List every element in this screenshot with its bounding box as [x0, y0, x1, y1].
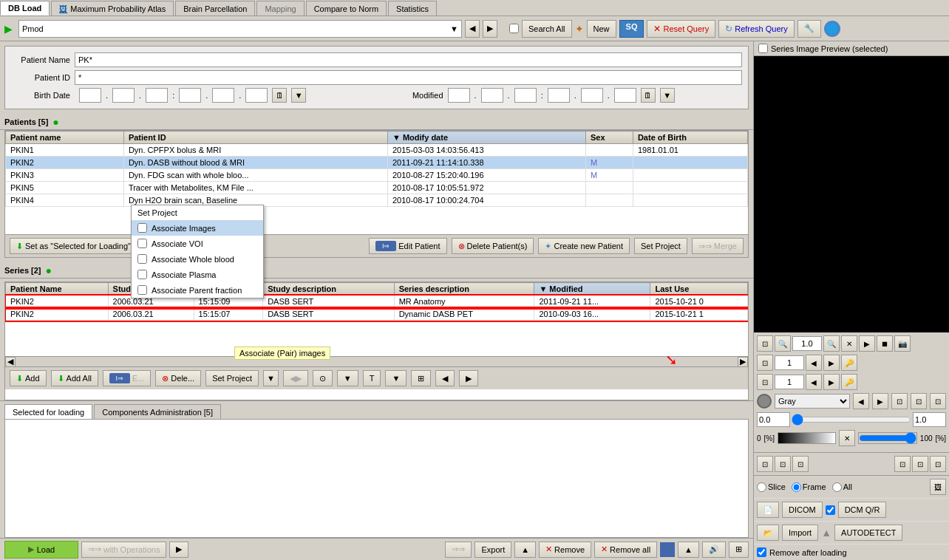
- series-text-btn[interactable]: T: [363, 370, 381, 386]
- play-small-btn[interactable]: ▶: [169, 542, 188, 558]
- tab-db-load[interactable]: DB Load: [0, 1, 50, 16]
- remove-btn[interactable]: ✕ Remove: [539, 542, 591, 558]
- right-extra3[interactable]: ▶: [823, 355, 840, 371]
- globe-btn[interactable]: 🌐: [824, 21, 840, 37]
- set-project-patient-btn[interactable]: Set Project: [634, 238, 687, 254]
- dicom-icon[interactable]: 📄: [757, 502, 779, 518]
- tab-selected-loading[interactable]: Selected for loading: [4, 404, 92, 419]
- play-btn[interactable]: ▶: [859, 335, 875, 352]
- col-patient-id[interactable]: Patient ID: [123, 132, 387, 144]
- series-right-btn[interactable]: ▶: [459, 370, 478, 386]
- dcm-qr-btn[interactable]: DCM Q/R: [838, 502, 887, 518]
- slice-radio[interactable]: [757, 482, 766, 492]
- col-series-desc[interactable]: Series description: [394, 283, 534, 296]
- series-row[interactable]: PKIN2 2006.03.21 15:15:07 DASB SERT Dyna…: [6, 308, 748, 321]
- edit-patient-btn[interactable]: I⇒ Edit Patient: [369, 238, 446, 254]
- modified-to[interactable]: [548, 88, 570, 103]
- patient-id-input[interactable]: [75, 70, 742, 85]
- col-series-patient[interactable]: Patient Name: [6, 283, 109, 296]
- add-btn[interactable]: ⬇ Add: [10, 370, 47, 386]
- slice-radio-label[interactable]: Slice: [757, 482, 786, 492]
- series-extra-btn1[interactable]: ◀▶: [283, 370, 308, 386]
- birth-date-to3[interactable]: [245, 88, 268, 103]
- load-btn[interactable]: ▶ Load: [4, 541, 78, 559]
- series-scrollbar[interactable]: ◀ ▶: [5, 356, 748, 366]
- series-row[interactable]: PKIN2 2006.03.21 15:15:09 DASB SERT MR A…: [6, 296, 748, 308]
- patients-table-wrapper[interactable]: Patient name Patient ID ▼ Modify date Se…: [5, 131, 748, 234]
- pmod-dropdown-arrow[interactable]: ▼: [450, 24, 458, 33]
- remove-after-loading-checkbox[interactable]: [757, 547, 766, 557]
- add-all-btn[interactable]: ⬇ Add All: [51, 370, 98, 386]
- col-patient-name[interactable]: Patient name: [6, 132, 124, 144]
- menu-set-project[interactable]: Set Project: [132, 205, 263, 220]
- associate-voi-checkbox[interactable]: [137, 239, 147, 248]
- preview-checkbox[interactable]: [758, 44, 768, 53]
- autodetect-btn[interactable]: AUTODETECT: [834, 525, 902, 541]
- birth-date-d[interactable]: [146, 88, 168, 103]
- contrast-slider[interactable]: [859, 432, 916, 444]
- brightness-slider[interactable]: [792, 414, 911, 426]
- right-icon4[interactable]: ⊡: [894, 456, 911, 472]
- max-val-input[interactable]: [913, 412, 946, 427]
- frame-radio-label[interactable]: Frame: [792, 482, 826, 492]
- edit-series-btn[interactable]: I⇒ E...: [103, 370, 152, 386]
- patient-row[interactable]: PKIN1 Dyn. CPFPX bolus & MRI 2015-03-03 …: [6, 144, 748, 157]
- capture-btn[interactable]: 📷: [894, 335, 911, 352]
- right-extra4[interactable]: 🔑: [841, 355, 857, 371]
- birth-date-to[interactable]: [179, 88, 201, 103]
- min-val-input[interactable]: [757, 412, 790, 427]
- col-series-modified[interactable]: ▼ Modified: [534, 283, 650, 296]
- right-extra6[interactable]: ◀: [806, 374, 822, 390]
- dcm-qr-checkbox[interactable]: [826, 505, 835, 515]
- patient-row[interactable]: PKIN5 Tracer with Metabolites, KM File .…: [6, 182, 748, 194]
- import-btn[interactable]: Import: [782, 525, 818, 541]
- color-select[interactable]: Gray: [775, 394, 850, 409]
- color-extra3[interactable]: ⊡: [930, 393, 946, 409]
- right-extra1[interactable]: ⊡: [757, 355, 773, 371]
- modified-m[interactable]: [481, 88, 503, 103]
- color-extra2[interactable]: ⊡: [911, 393, 927, 409]
- menu-associate-plasma[interactable]: Associate Plasma: [132, 267, 263, 282]
- series-text-dropdown[interactable]: ▼: [385, 370, 407, 386]
- col-modify-date[interactable]: ▼ Modify date: [387, 132, 585, 144]
- right-icon6[interactable]: ⊡: [930, 456, 946, 472]
- associate-parent-fraction-checkbox[interactable]: [137, 285, 147, 295]
- series-extra-btn3[interactable]: ▼: [337, 370, 358, 386]
- nav-prev-btn[interactable]: ◀: [465, 20, 480, 38]
- zoom-value[interactable]: 1.0: [792, 336, 822, 351]
- scroll-left[interactable]: ◀: [5, 357, 16, 367]
- col-dob[interactable]: Date of Birth: [633, 132, 747, 144]
- menu-associate-whole-blood[interactable]: Associate Whole blood: [132, 251, 263, 267]
- merge-btn[interactable]: ⇒⇒ Merge: [692, 238, 744, 254]
- modified-to3[interactable]: [614, 88, 636, 103]
- modified-d[interactable]: [514, 88, 537, 103]
- associate-whole-blood-checkbox[interactable]: [137, 254, 147, 264]
- tab-statistics[interactable]: Statistics: [388, 1, 437, 16]
- tab-components-admin[interactable]: Components Administration [5]: [94, 404, 221, 419]
- delete-series-btn[interactable]: ⊗ Dele...: [155, 370, 201, 386]
- set-project-series-btn[interactable]: Set Project: [205, 370, 259, 386]
- frame-radio[interactable]: [792, 482, 801, 492]
- patient-name-input[interactable]: [75, 52, 742, 67]
- dicom-btn[interactable]: DICOM: [782, 502, 823, 518]
- right-extra8[interactable]: 🔑: [841, 374, 857, 390]
- remove-all-btn[interactable]: ✕ Remove all: [594, 542, 657, 558]
- right-icon1[interactable]: ⊡: [757, 456, 773, 472]
- create-patient-btn[interactable]: ✦ Create new Patient: [538, 238, 630, 254]
- series-grid-btn[interactable]: ⊞: [411, 370, 431, 386]
- color-prev[interactable]: ◀: [853, 393, 869, 409]
- right-val1[interactable]: 1: [775, 355, 804, 370]
- color-extra1[interactable]: ⊡: [891, 393, 908, 409]
- menu-associate-images[interactable]: Associate Images: [132, 220, 263, 236]
- gradient-extra[interactable]: ✕: [839, 430, 855, 446]
- patient-row[interactable]: PKIN4 Dyn H2O brain scan, Baseline 2010-…: [6, 194, 748, 207]
- birth-date-to2[interactable]: [212, 88, 234, 103]
- birth-date-icon[interactable]: 🗓: [272, 88, 287, 103]
- right-icon3[interactable]: ⊡: [792, 456, 809, 472]
- view-mode-extra[interactable]: 🖼: [930, 479, 946, 495]
- all-radio-label[interactable]: All: [832, 482, 852, 492]
- dropdown-trigger-btn[interactable]: ▼: [263, 370, 279, 386]
- modified-icon[interactable]: 🗓: [641, 88, 656, 103]
- bottom-extra-btn[interactable]: ⊞: [729, 542, 749, 558]
- tab-brain-parcellation[interactable]: Brain Parcellation: [175, 1, 255, 16]
